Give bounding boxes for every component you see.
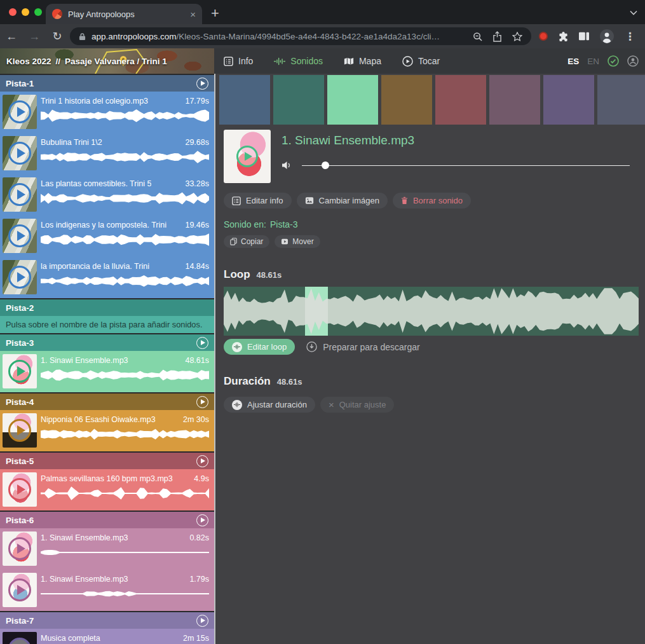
close-window-button[interactable] [9,8,17,16]
clip-thumbnail[interactable] [3,413,37,448]
copy-button[interactable]: Copiar [224,235,269,248]
clip-name[interactable]: la importancia de la lluvia. Trini [41,262,149,271]
clip-item[interactable]: 1. Sinawi Ensemble.mp3 0.82s [0,528,214,570]
nav-tab-mapa[interactable]: Mapa [344,56,381,66]
track-header[interactable]: Pista-7 [0,612,214,629]
new-tab-button[interactable]: + [211,3,219,24]
url-bar[interactable]: app.antropoloops.com/Kleos-Santa-Marina/… [70,27,531,45]
nav-tab-sonidos[interactable]: Sonidos [274,56,323,66]
profile-avatar[interactable] [600,29,614,43]
change-image-button[interactable]: Cambiar imágen [297,193,388,209]
sound-play-button[interactable] [236,146,258,167]
track-header[interactable]: Pista-4 [0,394,214,410]
clip-thumbnail[interactable] [3,472,37,507]
track-header[interactable]: Pista-5 [0,453,214,469]
macos-traffic-lights[interactable] [9,8,42,16]
delete-sound-button[interactable]: Borrar sonido [393,193,471,209]
recording-extension-icon[interactable] [539,32,548,41]
clip-item[interactable]: 1. Sinawi Ensemble.mp3 1.79s [0,570,214,611]
track-header[interactable]: Pista-1 [0,75,214,92]
clip-item[interactable]: Las plantas comestibles. Trini 5 33.28s [0,174,214,216]
move-button[interactable]: Mover [275,235,320,248]
loop-waveform[interactable] [224,287,639,336]
clip-thumbnail[interactable] [3,95,37,129]
edit-loop-button[interactable]: Editar loop [224,339,295,355]
clip-thumbnail[interactable] [3,177,37,212]
track-play-button[interactable] [196,455,208,467]
clip-item[interactable]: Palmas sevillanas 160 bpm mp3.mp3 4.9s [0,469,214,510]
clip-item[interactable]: la importancia de la lluvia. Trini 14.84… [0,257,214,298]
sound-in-track-link[interactable]: Pista-3 [270,219,298,230]
track-color-swatch-5[interactable] [435,75,486,125]
track-color-swatch-1[interactable] [219,75,270,125]
clip-item[interactable]: Musica completa 2m 15s [0,629,214,644]
clip-play-button[interactable] [8,360,31,383]
breadcrumb[interactable]: Kleos 2022 // Pasaje Valvanera / Trini 1 [6,48,167,74]
clip-thumbnail[interactable] [3,260,37,294]
reload-button[interactable]: ↻ [46,29,69,43]
language-en-button[interactable]: EN [587,57,599,66]
zoom-window-button[interactable] [34,8,42,16]
track-header[interactable]: Pista-6 [0,512,214,528]
minimize-window-button[interactable] [22,8,29,16]
clip-play-button[interactable] [8,419,31,442]
track-color-swatch-3[interactable] [327,75,378,125]
track-header[interactable]: Pista-3 [0,334,214,351]
tab-close-icon[interactable]: × [190,10,196,19]
breadcrumb-project[interactable]: Kleos 2022 [6,57,51,66]
language-es-button[interactable]: ES [567,57,579,66]
tab-list-chevron-icon[interactable] [630,10,637,15]
clip-item[interactable]: 1. Sinawi Ensemble.mp3 48.61s [0,351,214,392]
clip-play-button[interactable] [8,638,31,644]
clip-thumbnail[interactable] [3,354,37,388]
clip-play-button[interactable] [8,478,31,501]
sidebar-scrollbar[interactable] [214,74,215,644]
browser-tab[interactable]: Play Antropoloops × [46,4,202,24]
volume-slider[interactable] [302,161,630,169]
clip-name[interactable]: Trini 1 historia del colegio.mp3 [41,97,148,106]
clip-thumbnail[interactable] [3,136,37,170]
nav-tab-tocar[interactable]: Tocar [402,56,440,67]
track-color-swatch-4[interactable] [381,75,432,125]
browser-menu-icon[interactable]: ⋮ [625,30,635,43]
clip-name[interactable]: 1. Sinawi Ensemble.mp3 [41,575,128,584]
adjust-duration-button[interactable]: Ajustar duración [224,397,315,413]
account-icon[interactable] [627,55,639,67]
clip-play-button[interactable] [8,579,31,601]
clip-name[interactable]: 1. Sinawi Ensemble.mp3 [41,533,128,542]
clip-item[interactable]: Trini 1 historia del colegio.mp3 17.79s [0,92,214,133]
bookmark-star-icon[interactable] [512,32,522,41]
clip-play-button[interactable] [8,100,31,123]
clip-play-button[interactable] [8,183,31,206]
clip-name[interactable]: Nipponia 06 Esashi Oiwake.mp3 [41,415,156,424]
clip-name[interactable]: Bubulina Trini 1\2 [41,138,102,147]
forward-button[interactable]: → [23,30,46,43]
clip-name[interactable]: Palmas sevillanas 160 bpm mp3.mp3 [41,474,173,483]
track-color-swatch-2[interactable] [273,75,324,125]
track-play-button[interactable] [196,615,208,627]
clip-item[interactable]: Nipponia 06 Esashi Oiwake.mp3 2m 30s [0,410,214,451]
clip-thumbnail[interactable] [3,632,37,644]
share-icon[interactable] [493,31,501,42]
clip-play-button[interactable] [8,266,31,289]
clip-name[interactable]: 1. Sinawi Ensemble.mp3 [41,356,128,365]
track-play-button[interactable] [196,78,208,90]
track-color-swatch-6[interactable] [489,75,540,125]
clip-thumbnail[interactable] [3,219,37,253]
track-color-swatch-7[interactable] [543,75,594,125]
side-panel-icon[interactable] [579,32,589,41]
clip-play-button[interactable] [8,537,31,560]
clip-name[interactable]: Las plantas comestibles. Trini 5 [41,179,151,188]
track-play-button[interactable] [196,337,208,349]
track-play-button[interactable] [196,396,208,408]
clip-thumbnail[interactable] [3,531,37,566]
remove-adjust-button[interactable]: × Quitar ajuste [320,397,394,413]
sound-thumbnail[interactable] [224,130,271,183]
clip-thumbnail[interactable] [3,573,37,607]
zoom-magnifier-icon[interactable] [473,32,482,41]
clip-name[interactable]: Musica completa [41,634,100,643]
volume-slider-track[interactable] [302,165,630,167]
track-color-swatch-8[interactable] [597,75,645,125]
prepare-download-button[interactable]: Preparar para descargar [306,341,420,352]
clip-item[interactable]: Los indigenas y la compostela. Trini 19.… [0,216,214,257]
